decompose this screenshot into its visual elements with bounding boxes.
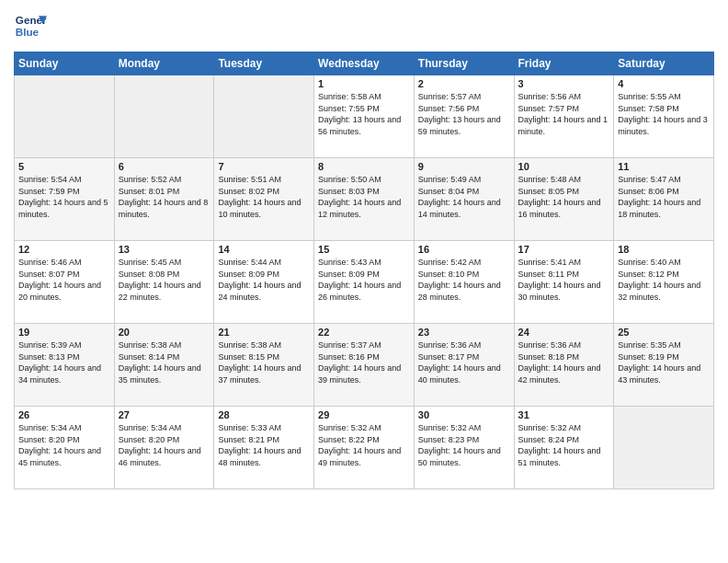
calendar-cell: 4Sunrise: 5:55 AMSunset: 7:58 PMDaylight… [614,75,714,158]
day-info: Sunrise: 5:51 AMSunset: 8:02 PMDaylight:… [218,174,310,220]
day-number: 24 [518,327,610,338]
day-number: 18 [618,244,710,255]
calendar-cell: 27Sunrise: 5:34 AMSunset: 8:20 PMDayligh… [114,407,214,489]
day-info: Sunrise: 5:32 AMSunset: 8:24 PMDaylight:… [518,422,610,468]
day-number: 3 [518,78,610,89]
day-number: 14 [218,244,310,255]
svg-text:Blue: Blue [16,26,40,38]
day-number: 12 [18,244,110,255]
calendar-cell: 29Sunrise: 5:32 AMSunset: 8:22 PMDayligh… [314,407,415,489]
day-info: Sunrise: 5:54 AMSunset: 7:59 PMDaylight:… [18,174,110,220]
day-number: 22 [318,327,410,338]
calendar-cell: 5Sunrise: 5:54 AMSunset: 7:59 PMDaylight… [15,158,115,241]
day-number: 17 [518,244,610,255]
calendar-cell: 6Sunrise: 5:52 AMSunset: 8:01 PMDaylight… [114,158,214,241]
calendar-week-row: 26Sunrise: 5:34 AMSunset: 8:20 PMDayligh… [15,407,714,489]
calendar-header: SundayMondayTuesdayWednesdayThursdayFrid… [15,52,714,75]
day-number: 8 [318,161,410,172]
day-info: Sunrise: 5:46 AMSunset: 8:07 PMDaylight:… [18,257,110,303]
day-info: Sunrise: 5:34 AMSunset: 8:20 PMDaylight:… [119,422,210,468]
day-info: Sunrise: 5:38 AMSunset: 8:15 PMDaylight:… [218,339,310,385]
day-info: Sunrise: 5:48 AMSunset: 8:05 PMDaylight:… [518,174,610,220]
day-number: 20 [119,327,210,338]
calendar-cell: 25Sunrise: 5:35 AMSunset: 8:19 PMDayligh… [614,324,714,407]
calendar-week-row: 19Sunrise: 5:39 AMSunset: 8:13 PMDayligh… [15,324,714,407]
calendar-cell: 15Sunrise: 5:43 AMSunset: 8:09 PMDayligh… [314,241,415,324]
day-number: 15 [318,244,410,255]
day-info: Sunrise: 5:58 AMSunset: 7:55 PMDaylight:… [318,91,410,137]
day-info: Sunrise: 5:43 AMSunset: 8:09 PMDaylight:… [318,257,410,303]
day-number: 23 [418,327,510,338]
calendar-week-row: 12Sunrise: 5:46 AMSunset: 8:07 PMDayligh… [15,241,714,324]
day-number: 2 [418,78,510,89]
logo-icon: General Blue [14,9,47,42]
day-info: Sunrise: 5:47 AMSunset: 8:06 PMDaylight:… [618,174,710,220]
day-number: 4 [618,78,710,89]
calendar-cell: 8Sunrise: 5:50 AMSunset: 8:03 PMDaylight… [314,158,415,241]
day-number: 7 [218,161,310,172]
day-number: 19 [18,327,110,338]
day-info: Sunrise: 5:32 AMSunset: 8:22 PMDaylight:… [318,422,410,468]
day-info: Sunrise: 5:41 AMSunset: 8:11 PMDaylight:… [518,257,610,303]
calendar-cell: 22Sunrise: 5:37 AMSunset: 8:16 PMDayligh… [314,324,415,407]
calendar-cell: 30Sunrise: 5:32 AMSunset: 8:23 PMDayligh… [414,407,514,489]
calendar-cell: 28Sunrise: 5:33 AMSunset: 8:21 PMDayligh… [214,407,314,489]
day-info: Sunrise: 5:40 AMSunset: 8:12 PMDaylight:… [618,257,710,303]
day-number: 9 [418,161,510,172]
calendar-week-row: 1Sunrise: 5:58 AMSunset: 7:55 PMDaylight… [15,75,714,158]
day-info: Sunrise: 5:32 AMSunset: 8:23 PMDaylight:… [418,422,510,468]
day-info: Sunrise: 5:57 AMSunset: 7:56 PMDaylight:… [418,91,510,137]
calendar-cell: 31Sunrise: 5:32 AMSunset: 8:24 PMDayligh… [514,407,614,489]
day-number: 13 [119,244,210,255]
calendar-cell: 16Sunrise: 5:42 AMSunset: 8:10 PMDayligh… [414,241,514,324]
day-info: Sunrise: 5:37 AMSunset: 8:16 PMDaylight:… [318,339,410,385]
page: General Blue SundayMondayTuesdayWednesda… [0,0,728,503]
calendar-cell: 3Sunrise: 5:56 AMSunset: 7:57 PMDaylight… [514,75,614,158]
calendar-table: SundayMondayTuesdayWednesdayThursdayFrid… [14,52,714,489]
day-info: Sunrise: 5:45 AMSunset: 8:08 PMDaylight:… [119,257,210,303]
calendar-cell [114,75,214,158]
day-number: 1 [318,78,410,89]
day-number: 26 [18,409,110,420]
weekday-header: Wednesday [314,52,415,75]
day-info: Sunrise: 5:56 AMSunset: 7:57 PMDaylight:… [518,91,610,137]
day-info: Sunrise: 5:52 AMSunset: 8:01 PMDaylight:… [119,174,210,220]
calendar-cell: 2Sunrise: 5:57 AMSunset: 7:56 PMDaylight… [414,75,514,158]
calendar-cell: 26Sunrise: 5:34 AMSunset: 8:20 PMDayligh… [15,407,115,489]
day-number: 10 [518,161,610,172]
day-number: 28 [218,409,310,420]
day-info: Sunrise: 5:35 AMSunset: 8:19 PMDaylight:… [618,339,710,385]
calendar-cell: 23Sunrise: 5:36 AMSunset: 8:17 PMDayligh… [414,324,514,407]
day-info: Sunrise: 5:39 AMSunset: 8:13 PMDaylight:… [18,339,110,385]
calendar-cell: 21Sunrise: 5:38 AMSunset: 8:15 PMDayligh… [214,324,314,407]
calendar-cell: 7Sunrise: 5:51 AMSunset: 8:02 PMDaylight… [214,158,314,241]
day-info: Sunrise: 5:34 AMSunset: 8:20 PMDaylight:… [18,422,110,468]
calendar-cell: 10Sunrise: 5:48 AMSunset: 8:05 PMDayligh… [514,158,614,241]
day-number: 25 [618,327,710,338]
calendar-cell [15,75,115,158]
calendar-cell: 17Sunrise: 5:41 AMSunset: 8:11 PMDayligh… [514,241,614,324]
day-info: Sunrise: 5:36 AMSunset: 8:18 PMDaylight:… [518,339,610,385]
day-info: Sunrise: 5:33 AMSunset: 8:21 PMDaylight:… [218,422,310,468]
day-info: Sunrise: 5:42 AMSunset: 8:10 PMDaylight:… [418,257,510,303]
day-info: Sunrise: 5:44 AMSunset: 8:09 PMDaylight:… [218,257,310,303]
calendar-cell: 18Sunrise: 5:40 AMSunset: 8:12 PMDayligh… [614,241,714,324]
day-number: 21 [218,327,310,338]
weekday-header: Sunday [15,52,115,75]
day-number: 16 [418,244,510,255]
calendar-cell: 19Sunrise: 5:39 AMSunset: 8:13 PMDayligh… [15,324,115,407]
calendar-cell: 14Sunrise: 5:44 AMSunset: 8:09 PMDayligh… [214,241,314,324]
day-number: 11 [618,161,710,172]
calendar-cell: 24Sunrise: 5:36 AMSunset: 8:18 PMDayligh… [514,324,614,407]
logo: General Blue [14,9,47,42]
calendar-cell: 20Sunrise: 5:38 AMSunset: 8:14 PMDayligh… [114,324,214,407]
calendar-cell: 13Sunrise: 5:45 AMSunset: 8:08 PMDayligh… [114,241,214,324]
day-info: Sunrise: 5:55 AMSunset: 7:58 PMDaylight:… [618,91,710,137]
calendar-cell: 9Sunrise: 5:49 AMSunset: 8:04 PMDaylight… [414,158,514,241]
day-info: Sunrise: 5:38 AMSunset: 8:14 PMDaylight:… [119,339,210,385]
weekday-header: Monday [114,52,214,75]
calendar-week-row: 5Sunrise: 5:54 AMSunset: 7:59 PMDaylight… [15,158,714,241]
calendar-cell [214,75,314,158]
day-info: Sunrise: 5:49 AMSunset: 8:04 PMDaylight:… [418,174,510,220]
calendar-cell: 11Sunrise: 5:47 AMSunset: 8:06 PMDayligh… [614,158,714,241]
